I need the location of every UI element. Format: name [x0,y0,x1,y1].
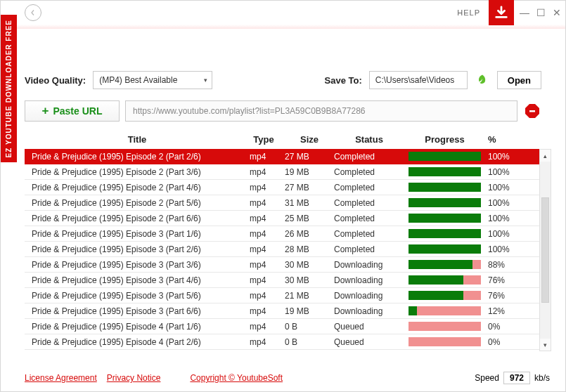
decorative-divider [1,25,565,29]
cell-title: Pride & Prejudice (1995) Episode 2 (Part… [32,214,243,223]
cell-type: mp4 [243,275,285,285]
license-link[interactable]: License Agreement [25,373,97,383]
table-row[interactable]: Pride & Prejudice (1995) Episode 3 (Part… [25,257,551,273]
progress-bar [409,322,481,331]
progress-bar [409,275,481,285]
table-row[interactable]: Pride & Prejudice (1995) Episode 4 (Part… [25,319,551,334]
col-size: Size [285,134,334,145]
table-row[interactable]: Pride & Prejudice (1995) Episode 2 (Part… [25,164,551,180]
saveto-input[interactable] [369,71,468,89]
cell-status: Downloading [334,291,404,301]
table-row[interactable]: Pride & Prejudice (1995) Episode 3 (Part… [25,273,551,288]
cell-status: Completed [334,152,404,162]
scroll-up-button[interactable]: ▴ [540,150,551,162]
cell-percent: 100% [485,198,524,208]
cell-title: Pride & Prejudice (1995) Episode 3 (Part… [32,275,243,285]
cell-type: mp4 [243,198,285,208]
table-row[interactable]: Pride & Prejudice (1995) Episode 2 (Part… [25,211,551,226]
maximize-button[interactable]: ☐ [536,7,546,18]
cell-status: Completed [334,198,404,208]
cell-percent: 100% [485,214,524,223]
video-quality-select[interactable]: (MP4) Best Available [93,71,212,89]
copyright-link[interactable]: Copyright © YoutubeSoft [190,373,283,383]
help-link[interactable]: HELP [457,8,486,17]
cell-progress [404,214,485,223]
cell-title: Pride & Prejudice (1995) Episode 2 (Part… [32,167,243,177]
col-type: Type [243,134,285,145]
cell-title: Pride & Prejudice (1995) Episode 2 (Part… [32,152,243,162]
url-input[interactable] [125,100,517,122]
cell-progress [404,275,485,285]
cell-size: 25 MB [285,214,334,223]
cell-progress [404,229,485,238]
progress-bar [409,306,481,315]
cell-progress [404,198,485,207]
cell-title: Pride & Prejudice (1995) Episode 3 (Part… [32,260,243,270]
cell-type: mp4 [243,260,285,270]
cell-progress [404,183,485,192]
arrow-left-icon [29,8,37,17]
cell-size: 31 MB [285,198,334,208]
cell-percent: 100% [485,167,524,177]
table-row[interactable]: Pride & Prejudice (1995) Episode 2 (Part… [25,180,551,195]
privacy-link[interactable]: Privacy Notice [107,373,161,383]
cell-type: mp4 [243,337,285,347]
cell-size: 0 B [285,337,334,347]
col-percent: % [485,134,524,145]
progress-bar [409,229,481,238]
cell-progress [404,291,485,300]
col-title: Title [32,134,243,145]
cell-status: Completed [334,183,404,192]
cell-type: mp4 [243,291,285,301]
table-row[interactable]: Pride & Prejudice (1995) Episode 2 (Part… [25,149,551,164]
minimize-button[interactable]: — [520,7,529,18]
cell-title: Pride & Prejudice (1995) Episode 4 (Part… [32,322,243,332]
cell-progress [404,260,485,269]
cell-percent: 0% [485,322,524,332]
cell-size: 21 MB [285,291,334,301]
cell-status: Completed [334,214,404,223]
cell-size: 28 MB [285,244,334,254]
stop-button[interactable] [523,102,541,120]
cell-status: Downloading [334,260,404,270]
table-row[interactable]: Pride & Prejudice (1995) Episode 2 (Part… [25,195,551,211]
cell-type: mp4 [243,167,285,177]
col-progress: Progress [404,134,485,145]
cell-size: 0 B [285,322,334,332]
cell-title: Pride & Prejudice (1995) Episode 2 (Part… [32,183,243,192]
cell-type: mp4 [243,244,285,254]
cell-progress [404,152,485,161]
download-arrow-icon [494,5,509,20]
cell-percent: 12% [485,306,524,316]
vertical-scrollbar[interactable]: ▴ ▾ [539,149,551,351]
close-button[interactable]: ✕ [553,7,561,18]
cell-percent: 100% [485,183,524,192]
progress-bar [409,291,481,300]
scrollbar-thumb[interactable] [541,197,549,303]
video-quality-value: (MP4) Best Available [99,75,177,85]
cell-size: 19 MB [285,167,334,177]
table-row[interactable]: Pride & Prejudice (1995) Episode 3 (Part… [25,242,551,257]
paste-url-button[interactable]: + Paste URL [25,100,120,122]
app-logo [489,0,514,25]
speed-value: 972 [503,372,530,384]
table-row[interactable]: Pride & Prejudice (1995) Episode 3 (Part… [25,288,551,303]
table-row[interactable]: Pride & Prejudice (1995) Episode 4 (Part… [25,334,551,350]
cell-type: mp4 [243,183,285,192]
cell-percent: 76% [485,275,524,285]
open-folder-button[interactable]: Open [497,71,541,89]
back-button[interactable] [25,4,41,21]
progress-bar [409,167,481,176]
cell-percent: 100% [485,244,524,254]
cell-title: Pride & Prejudice (1995) Episode 3 (Part… [32,291,243,301]
cell-percent: 76% [485,291,524,301]
col-status: Status [334,134,404,145]
cell-status: Downloading [334,275,404,285]
scroll-down-button[interactable]: ▾ [540,339,551,351]
table-row[interactable]: Pride & Prejudice (1995) Episode 3 (Part… [25,303,551,319]
browse-folder-button[interactable] [475,72,490,88]
cell-status: Downloading [334,306,404,316]
cell-status: Completed [334,244,404,254]
cell-type: mp4 [243,229,285,239]
table-row[interactable]: Pride & Prejudice (1995) Episode 3 (Part… [25,226,551,242]
